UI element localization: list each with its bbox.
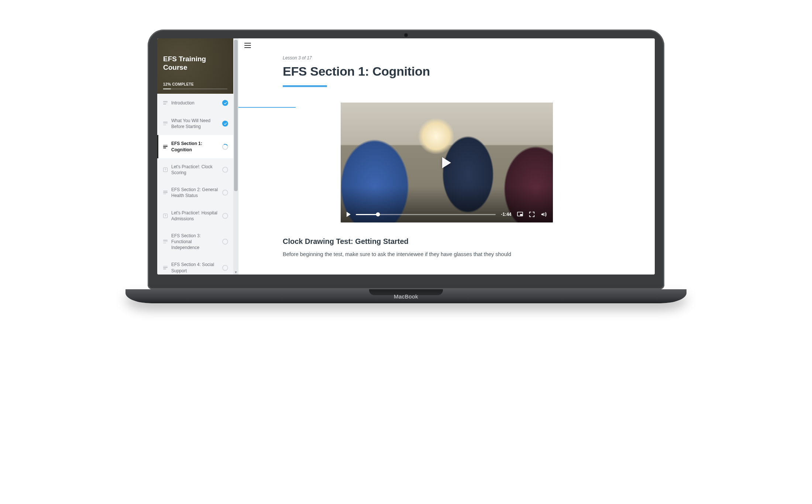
scrollbar-thumb[interactable] (234, 40, 238, 191)
seek-fill (356, 214, 378, 215)
empty-status-icon (222, 167, 228, 173)
sidebar-item-introduction[interactable]: Introduction (157, 94, 233, 112)
sidebar-item-label: EFS Section 3: Functional Independence (171, 233, 219, 251)
lesson-list: Introduction What You Will Need Before S… (157, 94, 233, 275)
lines-icon (163, 101, 168, 105)
main-content: Lesson 3 of 17 EFS Section 1: Cognition (238, 38, 655, 275)
lines-icon (163, 266, 168, 270)
sidebar-item-label: Let's Practice!: Clock Scoring (171, 164, 219, 176)
quiz-icon: ? (163, 214, 168, 218)
course-sidebar: EFS Training Course 12% COMPLETE Introdu… (157, 38, 233, 275)
sidebar-item-practice-hospital[interactable]: ? Let's Practice!: Hospital Admissions (157, 204, 233, 227)
video-player[interactable]: -1:44 (341, 103, 553, 222)
empty-status-icon (222, 265, 228, 271)
sidebar-header: EFS Training Course 12% COMPLETE (157, 38, 233, 94)
hamburger-icon[interactable] (244, 43, 251, 48)
check-icon (222, 100, 228, 106)
course-progress: 12% COMPLETE (163, 82, 227, 89)
quiz-icon: ? (163, 168, 168, 172)
time-remaining: -1:44 (501, 212, 511, 217)
empty-status-icon (222, 213, 228, 219)
check-icon (222, 121, 228, 127)
play-button[interactable] (347, 212, 351, 217)
device-brand: MacBook (394, 293, 418, 300)
sidebar-item-what-you-need[interactable]: What You Will Need Before Starting (157, 112, 233, 135)
volume-icon[interactable] (540, 211, 547, 218)
sidebar-item-section4-social[interactable]: EFS Section 4: Social Support (157, 256, 233, 275)
topbar (238, 38, 655, 52)
sidebar-item-label: EFS Section 4: Social Support (171, 262, 219, 273)
laptop-frame: EFS Training Course 12% COMPLETE Introdu… (148, 30, 664, 303)
screen: EFS Training Course 12% COMPLETE Introdu… (157, 38, 655, 275)
seek-knob[interactable] (376, 213, 380, 217)
progress-bar (163, 89, 227, 89)
lesson-meta: Lesson 3 of 17 (283, 55, 610, 61)
empty-status-icon (222, 239, 228, 245)
page-title: EFS Section 1: Cognition (283, 64, 610, 79)
sidebar-item-label: EFS Section 2: General Health Status (171, 187, 219, 199)
lines-icon (163, 240, 168, 244)
lines-icon (163, 145, 168, 149)
progress-ring-icon (222, 144, 228, 150)
sidebar-scrollbar[interactable]: ▲ ▼ (233, 38, 238, 275)
fullscreen-icon[interactable] (529, 211, 535, 218)
seek-bar[interactable] (356, 214, 496, 215)
progress-fill (163, 89, 171, 89)
lesson-content: Lesson 3 of 17 EFS Section 1: Cognition (238, 52, 655, 259)
body-text: Before beginning the test, make sure to … (283, 250, 610, 259)
sidebar-item-label: Introduction (171, 100, 219, 106)
title-underline (283, 85, 327, 87)
lines-icon (163, 122, 168, 125)
svg-rect-1 (520, 214, 522, 216)
empty-status-icon (222, 190, 228, 196)
sidebar-item-label: What You Will Need Before Starting (171, 118, 219, 130)
sidebar-item-label: EFS Section 1: Cognition (171, 141, 219, 152)
camera-icon (405, 34, 407, 37)
scroll-down-icon[interactable]: ▼ (233, 270, 238, 275)
sidebar-item-section3-functional[interactable]: EFS Section 3: Functional Independence (157, 227, 233, 256)
laptop-lid: EFS Training Course 12% COMPLETE Introdu… (148, 30, 664, 289)
progress-label: 12% COMPLETE (163, 82, 227, 86)
course-title: EFS Training Course (163, 55, 227, 72)
play-icon[interactable] (442, 157, 451, 168)
sidebar-item-section1-cognition[interactable]: EFS Section 1: Cognition (157, 135, 233, 158)
pip-icon[interactable] (517, 211, 523, 218)
lines-icon (163, 191, 168, 194)
laptop-base: MacBook (125, 289, 687, 303)
body-heading: Clock Drawing Test: Getting Started (283, 237, 610, 246)
sidebar-item-practice-clock[interactable]: ? Let's Practice!: Clock Scoring (157, 158, 233, 181)
sidebar-item-label: Let's Practice!: Hospital Admissions (171, 210, 219, 222)
sidebar-item-section2-health[interactable]: EFS Section 2: General Health Status (157, 181, 233, 204)
section-progress-fill (238, 107, 296, 108)
video-controls: -1:44 (341, 206, 553, 222)
